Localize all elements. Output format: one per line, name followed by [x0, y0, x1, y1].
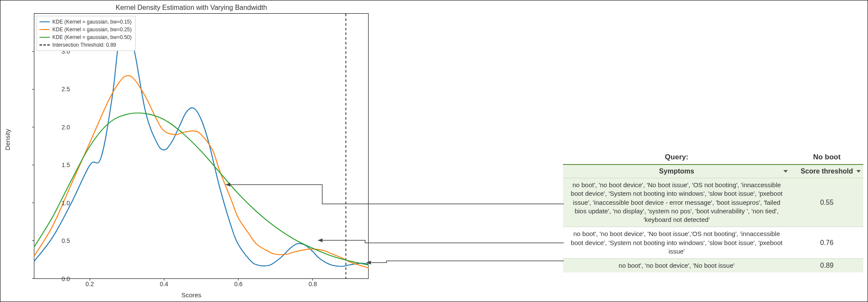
legend-swatch — [39, 21, 50, 22]
score-cell: 0.76 — [790, 227, 863, 259]
y-axis-label: Density — [4, 129, 11, 150]
legend-label: KDE (Kernel = gaussian, bw=0.15) — [52, 18, 132, 26]
x-tick-label: 0.6 — [234, 281, 242, 287]
symptoms-dropdown[interactable]: Symptoms — [563, 164, 790, 178]
symptoms-label: Symptoms — [659, 167, 694, 175]
x-tick-label: 0.2 — [85, 281, 94, 287]
table-row: no boot', 'no boot device', 'No boot iss… — [563, 259, 863, 273]
plot-area — [34, 13, 369, 279]
y-tick-label: 0.0 — [53, 275, 70, 282]
plot-svg — [34, 14, 368, 278]
legend-swatch — [39, 29, 50, 30]
chevron-down-icon — [783, 170, 788, 173]
symptoms-cell: no boot', 'no boot device', 'No boot iss… — [563, 259, 790, 273]
legend-entry: Intersection Threshold: 0.89 — [39, 41, 132, 49]
legend-entry: KDE (Kernel = gaussian, bw=0.50) — [39, 33, 132, 41]
chevron-down-icon — [856, 170, 861, 173]
y-tick-label: 2.5 — [53, 86, 70, 93]
legend-entry: KDE (Kernel = gaussian, bw=0.25) — [39, 26, 132, 33]
page-root: Kernel Density Estimation with Varying B… — [0, 0, 868, 302]
score-threshold-dropdown[interactable]: Score threshold — [790, 164, 863, 178]
legend-label: Intersection Threshold: 0.89 — [52, 41, 116, 49]
table-row: no boot', 'no boot device', 'No boot iss… — [563, 178, 863, 227]
x-tick-label: 0.4 — [160, 281, 168, 287]
query-header-left: Query: — [563, 150, 790, 164]
y-tick-label: 2.0 — [53, 124, 70, 131]
score-cell: 0.55 — [790, 178, 863, 227]
y-tick-label: 1.5 — [53, 161, 70, 168]
x-tick-label: 0.8 — [308, 281, 317, 287]
chart-legend: KDE (Kernel = gaussian, bw=0.15)KDE (Ker… — [36, 16, 136, 51]
table-row: no boot', 'no boot device', 'No boot iss… — [563, 227, 863, 259]
symptoms-cell: no boot', 'no boot device', 'No boot iss… — [563, 178, 790, 227]
legend-label: KDE (Kernel = gaussian, bw=0.25) — [52, 26, 132, 33]
symptoms-cell: no boot', 'no boot device', 'No boot iss… — [563, 227, 790, 259]
legend-swatch — [39, 37, 50, 38]
y-tick-label: 0.5 — [53, 237, 70, 244]
query-header-right: No boot — [790, 150, 863, 164]
legend-label: KDE (Kernel = gaussian, bw=0.50) — [52, 33, 132, 41]
query-table: Query: No boot Symptoms Score threshold … — [563, 150, 863, 272]
legend-swatch — [39, 45, 50, 45]
y-tick-label: 1.0 — [53, 200, 70, 206]
x-axis-label: Scores — [5, 291, 378, 299]
chart-title: Kernel Density Estimation with Varying B… — [5, 4, 378, 12]
score-cell: 0.89 — [790, 259, 863, 273]
score-threshold-label: Score threshold — [801, 167, 853, 175]
kde-chart: Kernel Density Estimation with Varying B… — [5, 0, 378, 300]
legend-entry: KDE (Kernel = gaussian, bw=0.15) — [39, 18, 132, 26]
query-table-wrap: Query: No boot Symptoms Score threshold … — [563, 150, 863, 272]
